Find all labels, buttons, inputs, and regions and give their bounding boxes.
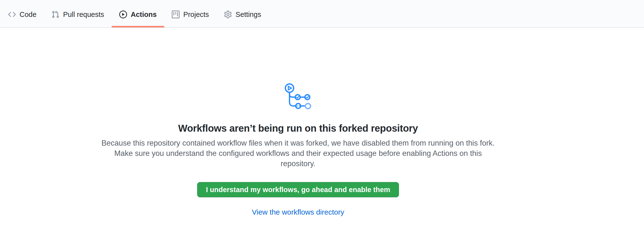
tab-label: Actions <box>131 11 156 19</box>
tab-label: Projects <box>183 11 209 19</box>
tab-label: Code <box>20 11 36 19</box>
tab-actions[interactable]: Actions <box>112 3 164 28</box>
view-workflows-link[interactable]: View the workflows directory <box>98 208 498 216</box>
repo-tab-nav: Code Pull requests Actions Projects Sett… <box>0 0 644 28</box>
blankslate-description: Because this repository contained workfl… <box>98 138 498 169</box>
tab-label: Settings <box>236 11 261 19</box>
code-icon <box>8 11 16 18</box>
tab-projects[interactable]: Projects <box>164 3 216 28</box>
actions-blankslate: Workflows aren’t being run on this forke… <box>98 28 498 216</box>
blankslate-heading: Workflows aren’t being run on this forke… <box>98 122 498 134</box>
workflow-graph-icon <box>284 83 313 111</box>
tab-settings[interactable]: Settings <box>216 3 269 28</box>
project-icon <box>172 11 180 18</box>
tab-pull-requests[interactable]: Pull requests <box>44 3 112 28</box>
gear-icon <box>224 11 232 18</box>
pull-request-icon <box>52 11 59 18</box>
tab-label: Pull requests <box>63 11 104 19</box>
enable-workflows-button[interactable]: I understand my workflows, go ahead and … <box>197 182 399 197</box>
play-icon <box>119 11 127 18</box>
tab-code[interactable]: Code <box>0 3 44 28</box>
